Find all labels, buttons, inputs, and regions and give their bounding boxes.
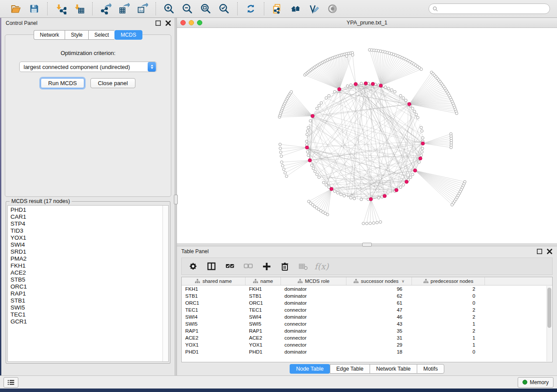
mcds-result-item[interactable]: SWI5 — [10, 304, 163, 311]
network-overview-button[interactable] — [288, 2, 304, 16]
ring-node[interactable] — [315, 107, 318, 110]
leaf-node[interactable] — [279, 143, 281, 146]
leaf-node[interactable] — [372, 222, 375, 224]
run-mcds-button[interactable]: Run MCDS — [41, 78, 84, 88]
ring-node[interactable] — [343, 194, 346, 197]
column-header-shared-name[interactable]: shared name — [182, 277, 246, 285]
table-row[interactable]: YOX1YOX1connector291 — [182, 341, 552, 348]
mcds-list-scrollbar[interactable] — [163, 206, 168, 361]
ring-node[interactable] — [360, 198, 363, 201]
toggle-visibility-button[interactable] — [325, 2, 340, 16]
ring-node[interactable] — [349, 84, 352, 86]
column-header-successor-nodes[interactable]: successor nodes∨ — [346, 277, 412, 285]
ring-node[interactable] — [318, 176, 320, 179]
leaf-node[interactable] — [379, 220, 382, 223]
ring-node[interactable] — [318, 104, 320, 107]
ring-node[interactable] — [325, 96, 328, 99]
leaf-node[interactable] — [451, 203, 453, 206]
ring-node[interactable] — [416, 116, 419, 119]
mcds-hub-node[interactable] — [405, 180, 408, 183]
refresh-view-button[interactable] — [243, 2, 259, 16]
mcds-hub-node[interactable] — [419, 157, 422, 160]
tab-node-table[interactable]: Node Table — [290, 364, 330, 374]
ring-node[interactable] — [349, 196, 352, 199]
tab-motifs[interactable]: Motifs — [417, 364, 444, 374]
mcds-result-item[interactable]: TEC1 — [10, 311, 163, 318]
ring-node[interactable] — [336, 192, 339, 194]
mcds-hub-node[interactable] — [379, 84, 383, 87]
ring-node[interactable] — [391, 89, 393, 91]
ring-node[interactable] — [306, 133, 308, 136]
mcds-result-item[interactable]: STP4 — [10, 220, 163, 227]
export-network-button[interactable] — [98, 2, 114, 16]
leaf-node[interactable] — [284, 172, 287, 174]
table-scrollbar-thumb[interactable] — [547, 288, 551, 328]
table-row[interactable]: RAP1RAP1dominator352 — [182, 327, 552, 334]
search-box[interactable] — [429, 3, 550, 14]
table-row[interactable]: ACE2ACE2connector311 — [182, 334, 552, 341]
close-table-panel-button[interactable] — [547, 248, 553, 254]
leaf-node[interactable] — [281, 165, 284, 167]
ring-node[interactable] — [333, 90, 336, 93]
mcds-hub-node[interactable] — [371, 82, 375, 86]
vertical-splitter-grip[interactable] — [174, 195, 178, 204]
ring-node[interactable] — [306, 130, 309, 132]
ring-node[interactable] — [384, 86, 387, 89]
ring-node[interactable] — [346, 85, 349, 87]
mcds-hub-node[interactable] — [354, 83, 357, 86]
float-panel-button[interactable] — [155, 20, 161, 26]
ring-node[interactable] — [305, 140, 308, 143]
close-panel-button[interactable] — [165, 20, 171, 26]
mcds-hub-node[interactable] — [308, 158, 311, 162]
ring-node[interactable] — [306, 151, 309, 153]
import-network-button[interactable] — [53, 2, 69, 16]
mcds-hub-node[interactable] — [383, 194, 386, 198]
window-zoom-button[interactable] — [197, 20, 202, 25]
ring-node[interactable] — [409, 176, 412, 179]
mcds-result-item[interactable]: YOX1 — [10, 234, 163, 241]
mcds-result-item[interactable]: SWI4 — [10, 241, 163, 248]
panel-menu-button[interactable] — [3, 377, 18, 388]
ring-node[interactable] — [422, 137, 424, 139]
criterion-select[interactable]: largest connected component (undirected) — [19, 62, 157, 72]
export-table-button[interactable] — [116, 2, 132, 16]
leaf-node[interactable] — [376, 221, 378, 224]
horizontal-splitter-grip[interactable] — [362, 243, 372, 247]
table-row[interactable]: TEC1TEC1connector472 — [182, 306, 552, 313]
ring-node[interactable] — [320, 102, 322, 104]
network-view-canvas[interactable] — [177, 28, 557, 244]
ring-node[interactable] — [307, 126, 310, 129]
mcds-result-item[interactable]: RAP1 — [10, 290, 163, 297]
window-close-button[interactable] — [180, 20, 186, 25]
ring-node[interactable] — [402, 96, 405, 99]
ring-node[interactable] — [328, 94, 330, 97]
deselect-all-rows-button[interactable] — [241, 260, 255, 273]
mcds-result-item[interactable]: GCR1 — [10, 318, 163, 325]
horizontal-splitter[interactable] — [177, 244, 557, 246]
column-header-name[interactable]: name — [246, 277, 281, 285]
save-session-button[interactable] — [26, 2, 42, 16]
export-image-button[interactable] — [135, 2, 150, 16]
tab-edge-table[interactable]: Edge Table — [330, 364, 370, 374]
leaf-node[interactable] — [279, 147, 282, 150]
ring-node[interactable] — [421, 130, 423, 132]
vertical-splitter[interactable] — [175, 18, 177, 375]
leaf-node[interactable] — [283, 168, 285, 171]
ring-node[interactable] — [421, 147, 424, 150]
style-editor-button[interactable] — [306, 2, 322, 16]
ring-node[interactable] — [415, 113, 418, 116]
table-row[interactable]: SWI4SWI4dominator462 — [182, 313, 552, 320]
ring-node[interactable] — [421, 151, 423, 153]
ring-node[interactable] — [322, 181, 325, 184]
leaf-node[interactable] — [450, 146, 452, 149]
ring-node[interactable] — [309, 120, 312, 122]
table-settings-button[interactable] — [186, 260, 200, 273]
leaf-node[interactable] — [420, 68, 422, 70]
tab-style[interactable]: Style — [65, 30, 88, 40]
mcds-result-list[interactable]: PHD1CAR1STP4TID3YOX1SWI4SRD1PMA2FKH1ACE2… — [8, 206, 163, 361]
mcds-result-item[interactable]: ORC1 — [10, 283, 163, 290]
tab-network-table[interactable]: Network Table — [370, 364, 417, 374]
table-scrollbar[interactable] — [547, 286, 552, 361]
delete-column-button[interactable] — [278, 260, 292, 273]
zoom-selected-button[interactable] — [216, 2, 232, 16]
